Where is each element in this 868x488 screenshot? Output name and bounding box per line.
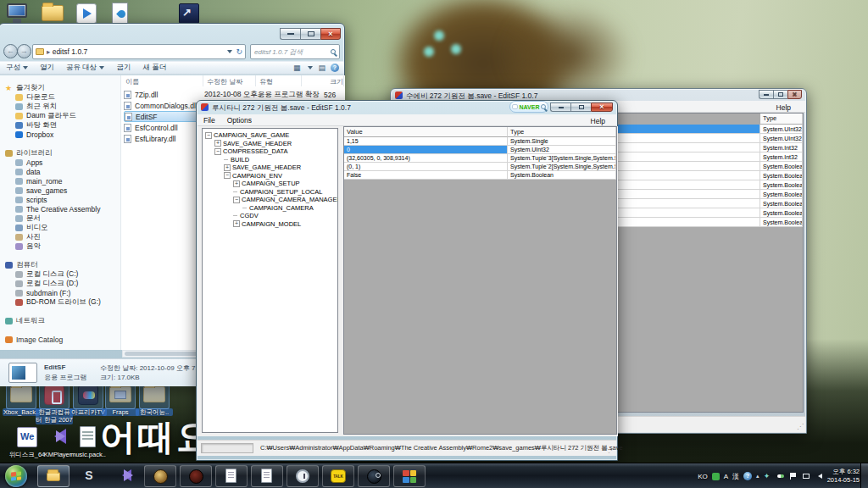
file-row[interactable]: EditSF <box>124 111 202 122</box>
taskbar-clock[interactable]: 오후 6:32 2014-05-15 <box>827 468 860 485</box>
sidebar-item[interactable]: data <box>0 167 120 176</box>
grid-cell[interactable]: System.UInt32 <box>760 134 803 143</box>
sidebar-item[interactable]: 음악 <box>0 241 120 251</box>
taskbar-button-game-red[interactable] <box>180 465 212 487</box>
network-icon[interactable] <box>802 472 810 480</box>
desktop-icon[interactable]: Fraps <box>102 383 139 416</box>
sidebar-item[interactable]: Image Catalog <box>0 335 120 344</box>
grid-column-header[interactable]: Type <box>508 127 616 137</box>
tree-node[interactable]: BUILD <box>224 156 249 164</box>
grid-column-header[interactable]: Value <box>344 127 508 137</box>
collapse-icon[interactable]: − <box>205 132 212 139</box>
grid-cell[interactable]: System.Boolean <box>760 208 803 218</box>
tree-node[interactable]: −CAMPAIGN_SAVE_GAME <box>205 131 289 139</box>
tree-node[interactable]: −CAMPAIGN_ENV <box>224 172 282 180</box>
search-icon[interactable] <box>331 49 336 54</box>
sidebar-item[interactable]: 다운로드 <box>0 92 120 102</box>
sidebar-item[interactable]: 문서 <box>0 214 120 223</box>
close-button[interactable]: × <box>787 90 802 99</box>
menu-options[interactable]: Options <box>221 116 258 125</box>
column-header[interactable]: 크기 <box>302 75 344 86</box>
values-grid[interactable]: ValueType1,15System.Single0System.UInt32… <box>343 126 617 435</box>
sidebar-item[interactable]: Apps <box>0 158 120 167</box>
toolbar-item[interactable]: 구성 <box>6 63 28 73</box>
sidebar-item[interactable]: Daum 클라우드 <box>0 111 120 120</box>
back-button[interactable]: ← <box>3 44 18 58</box>
desktop-icon[interactable]: music.pack.. <box>70 425 107 458</box>
close-button[interactable]: × <box>320 28 341 40</box>
tree-node[interactable]: −CAMPAIGN_CAMERA_MANAGER <box>233 196 338 203</box>
menu-file[interactable]: File <box>198 116 221 125</box>
tree-node[interactable]: CAMPAIGN_CAMERA <box>242 204 314 212</box>
tray-sparkle-icon[interactable]: ✦ <box>764 472 772 480</box>
minimize-button[interactable] <box>550 103 570 112</box>
grid-cell[interactable]: System.Boolean <box>760 218 803 227</box>
address-dropdown-icon[interactable] <box>227 50 232 56</box>
grid-cell[interactable]: 0 <box>344 146 508 154</box>
column-header[interactable]: 유형 <box>256 75 302 86</box>
action-center-flag-icon[interactable] <box>789 472 798 480</box>
tree-node[interactable]: +CAMPAIGN_MODEL <box>233 220 301 228</box>
forward-button[interactable]: → <box>17 44 31 58</box>
grid-cell[interactable]: System.Boolean <box>760 180 803 190</box>
sidebar-item[interactable]: 바탕 화면 <box>0 120 120 130</box>
naver-search-icon[interactable] <box>541 104 546 109</box>
taskbar-button-text-doc[interactable] <box>251 465 283 487</box>
desktop-icon-hancom-doc[interactable] <box>102 2 139 25</box>
expand-icon[interactable]: + <box>224 164 231 171</box>
sidebar-item[interactable]: 로컬 디스크 (D:) <box>0 279 120 288</box>
sidebar-item[interactable]: save_games <box>0 186 120 195</box>
sidebar-item[interactable]: The Creative Assembly <box>0 204 120 214</box>
view-dropdown-icon[interactable] <box>308 66 313 72</box>
tree-node[interactable]: +SAVE_GAME_HEADER <box>214 140 292 147</box>
start-button[interactable] <box>5 465 27 487</box>
grid-column-header[interactable]: Type <box>760 114 803 125</box>
sidebar-item[interactable]: Dropbox <box>0 130 120 139</box>
desktop-icon-potplayer[interactable] <box>68 2 105 25</box>
sidebar-item[interactable]: scripts <box>0 195 120 204</box>
grid-cell[interactable]: System.UInt32 <box>760 125 803 134</box>
search-box[interactable]: editsf 1.0.7 검색 <box>250 44 340 59</box>
lang-a[interactable]: A <box>724 473 728 480</box>
sidebar-item[interactable]: ★즐겨찾기 <box>0 83 120 92</box>
desktop-icon-my-computer[interactable] <box>0 2 36 25</box>
preview-pane-icon[interactable]: ▤ <box>318 64 326 72</box>
tree-node[interactable]: +CAMPAIGN_SETUP <box>233 180 300 187</box>
collapse-icon[interactable]: − <box>214 148 221 155</box>
sidebar-item[interactable]: BD-ROM 드라이브 (G:) <box>0 297 120 307</box>
desktop-icon-folder[interactable] <box>34 2 71 25</box>
toolbar-item[interactable]: 굽기 <box>116 63 131 73</box>
view-list-icon[interactable]: ▦ <box>293 64 301 72</box>
minimize-button[interactable] <box>759 90 773 99</box>
taskbar-button-kakaotalk[interactable]: TALK <box>322 465 354 487</box>
taskbar-button-color-app[interactable] <box>393 465 426 487</box>
expand-icon[interactable]: + <box>233 180 240 187</box>
grid-cell[interactable]: System.Boolean <box>760 199 803 208</box>
maximize-button[interactable] <box>300 28 320 40</box>
ime-icon[interactable] <box>712 473 720 480</box>
column-header[interactable]: 이름 <box>122 75 203 86</box>
expand-icon[interactable]: + <box>233 220 240 227</box>
column-header[interactable]: 수정한 날짜 <box>203 75 256 86</box>
grid-cell[interactable]: System.Boolean <box>508 171 616 180</box>
desktop-icon-shortcut-app[interactable]: ↗ <box>170 2 208 25</box>
volume-icon[interactable] <box>815 472 823 480</box>
toolbar-item[interactable]: 공유 대상 <box>66 63 104 73</box>
sidebar-item[interactable]: 컴퓨터 <box>0 260 120 269</box>
sidebar-item[interactable]: 라이브러리 <box>0 148 120 158</box>
grid-cell[interactable]: System.UInt32 <box>508 146 616 154</box>
maximize-button[interactable] <box>570 103 591 112</box>
grid-cell[interactable]: System.Int32 <box>760 152 803 162</box>
maximize-button[interactable] <box>773 90 787 99</box>
resize-grip[interactable]: ⋰ <box>797 423 804 430</box>
tray-pill-icon[interactable] <box>776 472 785 480</box>
sidebar-item[interactable]: 네트워크 <box>0 316 120 325</box>
taskbar-button-kmplayer[interactable] <box>108 465 141 487</box>
taskbar-button-text-doc[interactable] <box>215 465 248 487</box>
taskbar-button-s-app[interactable]: S <box>73 465 105 487</box>
menu-help[interactable]: Help <box>776 103 791 112</box>
sidebar-item[interactable]: 사진 <box>0 232 120 241</box>
ime-help-icon[interactable]: ? <box>743 472 752 480</box>
desktop-icon[interactable]: 한국어능.. <box>136 383 173 416</box>
file-row[interactable]: 7Zip.dll <box>124 89 202 100</box>
